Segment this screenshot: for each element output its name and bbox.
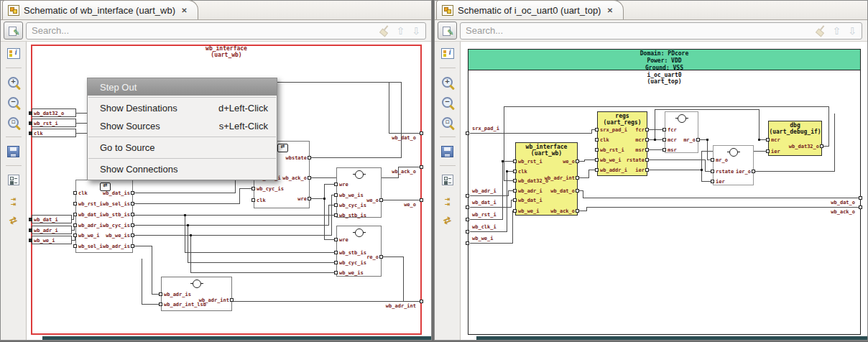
input-pin	[595, 138, 599, 142]
port-box[interactable]: wb_dat32_o	[32, 108, 76, 117]
zoom-in-button[interactable]	[4, 74, 24, 91]
menu-item-show-sources[interactable]: Show Sourcess+Left-Click	[88, 117, 277, 135]
highlight-mode-button[interactable]	[4, 22, 23, 40]
preferences-button[interactable]	[4, 172, 24, 188]
port-label: wb_dat_o	[798, 200, 855, 205]
schematic-block[interactable]: regs(uart_regs)srx_pad_iclkwb_rst_iwb_we…	[597, 111, 647, 176]
search-previous-icon[interactable]	[833, 24, 841, 37]
input-pin	[334, 261, 338, 264]
save-button[interactable]	[4, 143, 24, 160]
search-actions	[379, 24, 420, 37]
search-next-icon[interactable]	[848, 24, 857, 37]
input-port-label: clk	[518, 169, 527, 175]
output-port-label: wbstate	[285, 155, 307, 161]
zoom-fit-button[interactable]	[4, 114, 24, 131]
schematic-block[interactable]: dbg(uart_debug_if)mcrierwb_dat32_o	[768, 121, 822, 156]
search-input[interactable]: Search...	[26, 22, 426, 40]
output-pin	[379, 255, 383, 259]
edge-pin	[466, 205, 469, 209]
edge-pin	[29, 218, 32, 221]
input-port-label: mcr	[771, 137, 780, 143]
port-label: wb_clk_i	[472, 224, 497, 230]
input-pin	[513, 198, 517, 202]
output-pin	[131, 244, 134, 248]
zoom-out-button[interactable]	[4, 94, 24, 111]
pane-body: wb_interface(uart_wb)clkwb_rst_iwb_dat_i…	[1, 42, 431, 340]
output-pin	[645, 168, 649, 172]
schematic-block[interactable]: clkwb_rst_iwb_dat_iwb_adr_iwb_we_iwb_sel…	[75, 180, 133, 253]
clear-highlight-icon[interactable]	[379, 25, 389, 36]
port-box[interactable]: wb_we_i	[32, 236, 72, 244]
port-box[interactable]: clk	[32, 129, 76, 137]
output-port-label: ier_o	[736, 169, 751, 175]
output-port-label: rstate	[627, 157, 645, 163]
port-box[interactable]: wb_adr_i	[32, 226, 72, 234]
tab-schematic-i-oc-uart0[interactable]: Schematic of i_oc_uart0 (uart_top)	[436, 0, 624, 19]
edge-pin	[859, 196, 862, 200]
port-label: wb_dat_i	[34, 217, 58, 223]
search-input[interactable]: Search...	[460, 22, 862, 40]
output-pin	[131, 213, 134, 216]
port-box[interactable]: wb_dat_i	[32, 215, 72, 223]
port-box[interactable]: wb_rst_i	[32, 119, 76, 127]
flipflop-icon	[277, 144, 288, 152]
menu-item-go-to-source[interactable]: Go to Source	[88, 139, 277, 157]
schematic-block[interactable]: wb_adr_iswb_adr_int_lsbwb_adr_int	[161, 277, 232, 311]
schematic-block[interactable]: wrewb_we_iswb_cyc_iswb_stb_iswe_o	[336, 167, 382, 218]
save-button[interactable]	[438, 143, 458, 160]
tab-close-icon[interactable]	[605, 6, 614, 15]
properties-button[interactable]	[4, 45, 24, 62]
output-pin	[308, 156, 311, 160]
schematic-block[interactable]: mr_orstateierier_o	[713, 145, 754, 185]
input-pin	[251, 187, 255, 190]
output-pin	[131, 191, 134, 195]
preferences-button[interactable]	[438, 172, 458, 188]
input-port-label: wre	[339, 182, 348, 188]
input-pin	[334, 193, 338, 197]
edge-pin	[29, 121, 32, 125]
menu-item-show-connections[interactable]: Show Connections	[88, 160, 277, 178]
search-next-icon[interactable]	[412, 24, 420, 37]
edge-pin	[420, 165, 423, 169]
zoom-in-button[interactable]	[438, 74, 458, 91]
input-port-label: wb_we_i	[78, 233, 100, 239]
output-port-label: wb_dat32_o	[789, 144, 819, 149]
menu-item-step-out[interactable]: Step Out	[88, 78, 277, 96]
output-port-label: ier	[635, 167, 645, 173]
schematic-block[interactable]: fcrmcrmsrmr_o	[665, 111, 698, 153]
edge-pin	[466, 131, 469, 135]
search-actions	[816, 24, 857, 37]
edge-pin	[859, 205, 862, 209]
edge-pin	[29, 228, 32, 232]
input-pin	[711, 180, 714, 183]
highlight-mode-button[interactable]	[438, 22, 457, 40]
menu-separator	[88, 97, 276, 98]
clear-highlight-icon[interactable]	[816, 25, 826, 36]
sync-button[interactable]	[438, 212, 458, 228]
zoom-fit-button[interactable]	[438, 114, 458, 131]
zoom-out-icon	[8, 97, 19, 108]
input-pin	[662, 128, 666, 131]
tab-title: Schematic of wb_interface (uart_wb)	[24, 5, 175, 16]
tab-close-icon[interactable]	[180, 6, 189, 15]
zoom-out-button[interactable]	[438, 94, 458, 111]
schematic-block[interactable]: wb_interface(uart_wb)wb_rst_iclkwb_dat32…	[515, 142, 578, 216]
sync-button[interactable]	[4, 212, 24, 228]
output-port-label: mr_o	[683, 137, 696, 143]
schematic-block[interactable]: wrewb_stb_iswb_cyc_iswb_we_isre_o	[336, 226, 382, 277]
input-pin	[513, 209, 517, 213]
follow-signal-button[interactable]	[4, 192, 24, 208]
schematic-tab-icon	[442, 5, 453, 16]
follow-signal-button[interactable]	[438, 192, 458, 208]
tab-schematic-wb-interface[interactable]: Schematic of wb_interface (uart_wb)	[2, 0, 198, 19]
input-port-label: wb_adr_i	[518, 188, 542, 194]
properties-button[interactable]	[438, 45, 458, 62]
output-pin	[645, 158, 649, 162]
input-pin	[334, 213, 338, 217]
menu-item-show-destinations[interactable]: Show Destinationsd+Left-Click	[88, 99, 277, 117]
menu-item-label: Show Sources	[100, 121, 160, 131]
search-previous-icon[interactable]	[397, 24, 405, 37]
edge-pin	[466, 194, 469, 198]
save-icon	[441, 146, 453, 157]
input-pin	[711, 170, 714, 173]
